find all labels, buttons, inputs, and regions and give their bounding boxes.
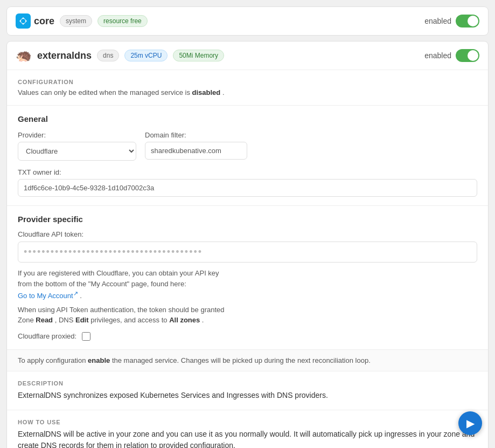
api-token-label: Cloudflare API token: bbox=[18, 230, 477, 238]
top-card: core system resource free enabled bbox=[6, 6, 489, 36]
core-logo-text: core bbox=[34, 16, 54, 27]
top-enabled-label: enabled bbox=[424, 17, 451, 25]
badge-resource-free: resource free bbox=[97, 15, 148, 27]
top-card-right: enabled bbox=[424, 15, 479, 27]
page-wrapper: core system resource free enabled 🦔 exte… bbox=[0, 0, 495, 448]
svg-point-1 bbox=[21, 19, 25, 23]
config-note-suffix: . bbox=[222, 88, 225, 97]
cloudflare-proxied-row: Cloudflare proxied: bbox=[18, 332, 477, 341]
service-toggle[interactable] bbox=[456, 49, 479, 62]
provider-specific-section: Provider specific Cloudflare API token: … bbox=[7, 206, 488, 350]
how-to-title: HOW TO USE bbox=[18, 419, 477, 425]
apply-note-prefix: To apply configuration bbox=[18, 356, 86, 364]
service-header-left: 🦔 externaldns dns 25m vCPU 50Mi Memory bbox=[16, 48, 424, 63]
config-note: Values can only be edited when the manag… bbox=[18, 88, 477, 97]
description-section: DESCRIPTION ExternalDNS synchronizes exp… bbox=[7, 371, 488, 410]
link-icon: ↗ bbox=[73, 290, 78, 297]
apply-note-suffix: the managed service. Changes will be pic… bbox=[112, 356, 371, 364]
badge-system: system bbox=[60, 15, 92, 27]
apply-note: To apply configuration enable the manage… bbox=[7, 350, 488, 371]
how-to-section: HOW TO USE ExternalDNS will be active in… bbox=[7, 410, 488, 448]
config-section: CONFIGURATION Values can only be edited … bbox=[7, 70, 488, 106]
permission-all-zones: All zones bbox=[169, 316, 200, 324]
general-section: General Provider: Cloudflare Domain filt… bbox=[7, 106, 488, 206]
badge-vcpu: 25m vCPU bbox=[124, 50, 168, 61]
api-token-help: If you are registered with Cloudflare, y… bbox=[18, 268, 477, 301]
description-title: DESCRIPTION bbox=[18, 380, 477, 387]
zone-text: Zone bbox=[18, 316, 34, 324]
permission-edit: Edit bbox=[75, 316, 89, 324]
domain-filter-input[interactable] bbox=[145, 142, 247, 160]
config-note-keyword: disabled bbox=[192, 88, 221, 97]
provider-group: Provider: Cloudflare bbox=[18, 131, 136, 161]
service-name: externaldns bbox=[37, 50, 92, 61]
description-text: ExternalDNS synchronizes exposed Kuberne… bbox=[18, 390, 477, 401]
service-header: 🦔 externaldns dns 25m vCPU 50Mi Memory e… bbox=[7, 42, 488, 70]
help-text-2: from the bottom of the "My Account" page… bbox=[18, 280, 186, 288]
config-section-title: CONFIGURATION bbox=[18, 79, 477, 85]
apply-note-keyword: enable bbox=[88, 356, 110, 364]
cloudflare-proxied-checkbox[interactable] bbox=[82, 332, 90, 341]
how-to-text: ExternalDNS will be active in your zone … bbox=[18, 429, 477, 448]
domain-filter-group: Domain filter: bbox=[145, 131, 247, 161]
domain-filter-label: Domain filter: bbox=[145, 131, 247, 139]
provider-specific-title: Provider specific bbox=[18, 215, 477, 224]
permission-note: When using API Token authentication, the… bbox=[18, 305, 477, 326]
floating-btn-icon: ▶ bbox=[466, 417, 475, 430]
top-toggle[interactable] bbox=[456, 15, 479, 27]
floating-action-button[interactable]: ▶ bbox=[458, 411, 482, 435]
provider-domain-row: Provider: Cloudflare Domain filter: bbox=[18, 131, 477, 161]
top-card-left: core system resource free bbox=[16, 13, 424, 29]
main-card: 🦔 externaldns dns 25m vCPU 50Mi Memory e… bbox=[6, 41, 489, 448]
txt-owner-label: TXT owner id: bbox=[18, 168, 477, 176]
permission-read: Read bbox=[36, 316, 53, 324]
config-note-prefix: Values can only be edited when the manag… bbox=[18, 88, 190, 97]
provider-label: Provider: bbox=[18, 131, 136, 139]
badge-dns: dns bbox=[97, 50, 119, 61]
txt-owner-group: TXT owner id: bbox=[18, 168, 477, 197]
core-logo-icon bbox=[16, 13, 31, 29]
badge-memory: 50Mi Memory bbox=[173, 50, 224, 61]
core-logo: core bbox=[16, 13, 54, 29]
help-text-1: If you are registered with Cloudflare, y… bbox=[18, 269, 219, 277]
api-token-input[interactable] bbox=[18, 242, 477, 263]
service-icon: 🦔 bbox=[16, 48, 32, 63]
provider-select[interactable]: Cloudflare bbox=[18, 142, 136, 161]
service-enabled-label: enabled bbox=[424, 51, 451, 60]
txt-owner-input[interactable] bbox=[18, 179, 477, 197]
service-header-right: enabled bbox=[424, 49, 479, 62]
general-title: General bbox=[18, 114, 477, 123]
my-account-link[interactable]: Go to My Account↗ bbox=[18, 292, 80, 300]
cloudflare-proxied-label: Cloudflare proxied: bbox=[18, 332, 76, 340]
